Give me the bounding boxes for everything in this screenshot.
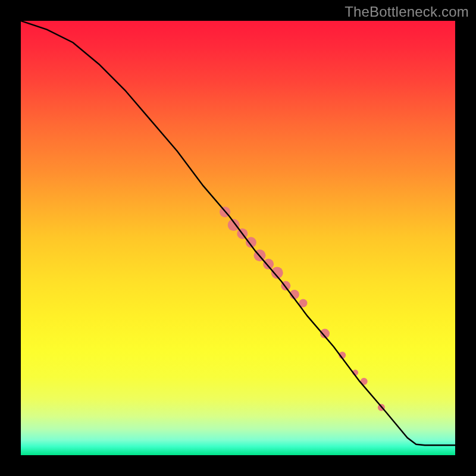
data-point-marker <box>263 259 274 270</box>
chart-overlay <box>21 21 455 455</box>
plot-area <box>21 21 455 455</box>
watermark-text: TheBottleneck.com <box>345 4 469 20</box>
chart-frame: TheBottleneck.com <box>0 0 476 476</box>
data-point-marker <box>228 219 240 231</box>
